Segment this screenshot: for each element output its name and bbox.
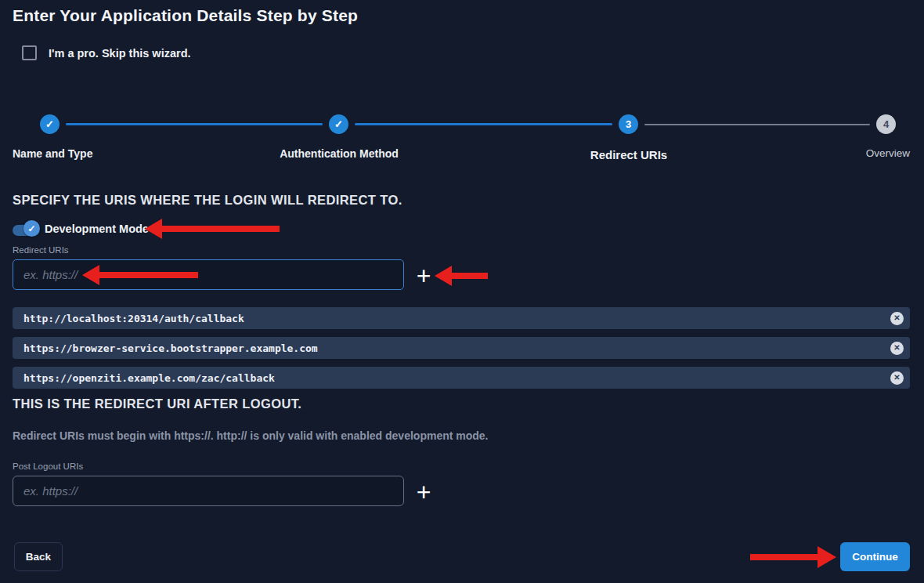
development-mode-toggle-thumb[interactable]: ✓	[23, 220, 40, 237]
add-post-logout-uri-button[interactable]: +	[414, 479, 433, 505]
check-icon: ✓	[334, 118, 343, 130]
back-button[interactable]: Back	[14, 542, 63, 571]
step-4-overview[interactable]: 4	[876, 114, 896, 134]
step-label-redirect-uris: Redirect URIs	[590, 148, 667, 161]
page-title: Enter Your Application Details Step by S…	[13, 6, 358, 25]
close-icon: ✕	[893, 314, 900, 322]
redirect-uri-input[interactable]	[13, 259, 404, 290]
continue-button[interactable]: Continue	[840, 542, 910, 571]
skip-wizard-row: I'm a pro. Skip this wizard.	[22, 45, 191, 60]
close-icon: ✕	[893, 344, 900, 352]
step-2-authentication-method[interactable]: ✓	[329, 114, 348, 134]
step-number: 3	[626, 118, 631, 130]
skip-wizard-checkbox[interactable]	[22, 45, 37, 60]
step-1-name-and-type[interactable]: ✓	[40, 114, 60, 134]
application-wizard-page: Enter Your Application Details Step by S…	[0, 0, 924, 583]
redirect-uri-chip: https://browzer-service.bootstrapper.exa…	[13, 337, 910, 359]
stepper-connector-2	[355, 123, 612, 125]
redirect-uri-chip: http://localhost:20314/auth/callback ✕	[13, 307, 910, 329]
add-redirect-uri-button[interactable]: +	[414, 263, 433, 289]
post-logout-uris-field-label: Post Logout URIs	[13, 462, 83, 471]
skip-wizard-label: I'm a pro. Skip this wizard.	[49, 47, 191, 60]
uri-requirement-note: Redirect URIs must begin with https://. …	[13, 429, 489, 442]
remove-uri-button[interactable]: ✕	[890, 312, 904, 325]
step-label-overview: Overview	[866, 147, 910, 159]
close-icon: ✕	[893, 374, 900, 382]
remove-uri-button[interactable]: ✕	[890, 342, 904, 355]
remove-uri-button[interactable]: ✕	[890, 371, 904, 385]
stepper-connector-3	[644, 124, 870, 125]
redirect-uri-chip: https://openziti.example.com/zac/callbac…	[13, 367, 910, 389]
redirect-section-heading: SPECIFY THE URIS WHERE THE LOGIN WILL RE…	[13, 193, 402, 208]
uri-text: https://openziti.example.com/zac/callbac…	[13, 372, 275, 384]
check-icon: ✓	[27, 223, 35, 234]
development-mode-label: Development Mode	[45, 223, 149, 235]
uri-text: http://localhost:20314/auth/callback	[13, 313, 244, 324]
step-label-authentication-method: Authentication Method	[280, 147, 399, 160]
logout-section-heading: THIS IS THE REDIRECT URI AFTER LOGOUT.	[13, 397, 301, 411]
post-logout-uri-input[interactable]	[13, 476, 404, 506]
uri-text: https://browzer-service.bootstrapper.exa…	[13, 342, 318, 354]
check-icon: ✓	[45, 118, 54, 130]
step-number: 4	[883, 118, 889, 130]
wizard-stepper: ✓ ✓ 3 4 Name and Type Authentication Met…	[0, 114, 924, 163]
step-3-redirect-uris[interactable]: 3	[619, 114, 638, 134]
redirect-uris-field-label: Redirect URIs	[13, 245, 69, 255]
stepper-connector-1	[66, 123, 323, 125]
step-label-name-and-type: Name and Type	[13, 147, 92, 160]
